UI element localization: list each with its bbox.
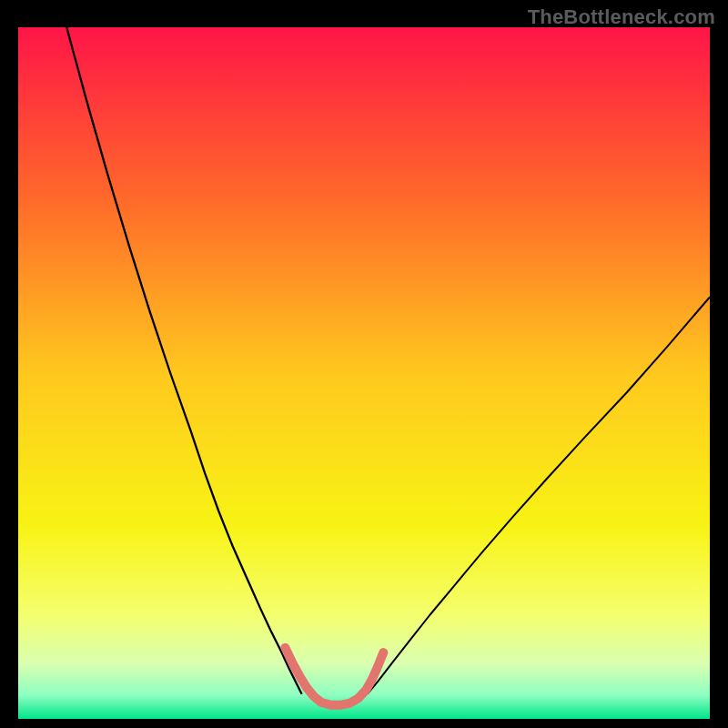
gradient-background	[18, 27, 710, 719]
chart-svg	[18, 27, 710, 719]
watermark-text: TheBottleneck.com	[528, 5, 715, 29]
plot-area	[18, 27, 710, 719]
chart-stage: TheBottleneck.com	[0, 0, 728, 728]
